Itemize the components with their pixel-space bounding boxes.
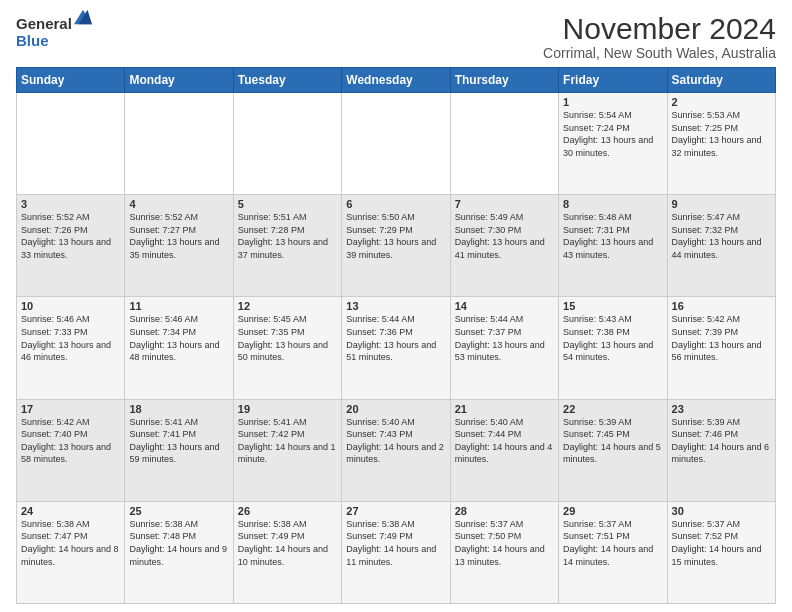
logo-icon	[74, 8, 92, 26]
day-number: 12	[238, 300, 337, 312]
day-info: Sunrise: 5:41 AM Sunset: 7:41 PM Dayligh…	[129, 416, 228, 466]
calendar-cell: 22Sunrise: 5:39 AM Sunset: 7:45 PM Dayli…	[559, 399, 667, 501]
day-number: 5	[238, 198, 337, 210]
day-number: 11	[129, 300, 228, 312]
calendar-table: SundayMondayTuesdayWednesdayThursdayFrid…	[16, 67, 776, 604]
day-number: 15	[563, 300, 662, 312]
logo-blue: Blue	[16, 33, 72, 50]
calendar-cell: 7Sunrise: 5:49 AM Sunset: 7:30 PM Daylig…	[450, 195, 558, 297]
location: Corrimal, New South Wales, Australia	[543, 45, 776, 61]
week-row-2: 10Sunrise: 5:46 AM Sunset: 7:33 PM Dayli…	[17, 297, 776, 399]
calendar-cell: 13Sunrise: 5:44 AM Sunset: 7:36 PM Dayli…	[342, 297, 450, 399]
calendar-cell: 25Sunrise: 5:38 AM Sunset: 7:48 PM Dayli…	[125, 501, 233, 603]
day-number: 27	[346, 505, 445, 517]
day-number: 4	[129, 198, 228, 210]
day-info: Sunrise: 5:39 AM Sunset: 7:46 PM Dayligh…	[672, 416, 771, 466]
day-info: Sunrise: 5:42 AM Sunset: 7:39 PM Dayligh…	[672, 313, 771, 363]
day-info: Sunrise: 5:53 AM Sunset: 7:25 PM Dayligh…	[672, 109, 771, 159]
calendar-cell: 6Sunrise: 5:50 AM Sunset: 7:29 PM Daylig…	[342, 195, 450, 297]
day-info: Sunrise: 5:43 AM Sunset: 7:38 PM Dayligh…	[563, 313, 662, 363]
day-number: 19	[238, 403, 337, 415]
calendar-cell: 23Sunrise: 5:39 AM Sunset: 7:46 PM Dayli…	[667, 399, 775, 501]
day-number: 22	[563, 403, 662, 415]
day-number: 20	[346, 403, 445, 415]
day-info: Sunrise: 5:54 AM Sunset: 7:24 PM Dayligh…	[563, 109, 662, 159]
day-header-wednesday: Wednesday	[342, 68, 450, 93]
day-number: 26	[238, 505, 337, 517]
day-info: Sunrise: 5:48 AM Sunset: 7:31 PM Dayligh…	[563, 211, 662, 261]
day-number: 16	[672, 300, 771, 312]
day-number: 23	[672, 403, 771, 415]
calendar-cell: 29Sunrise: 5:37 AM Sunset: 7:51 PM Dayli…	[559, 501, 667, 603]
day-info: Sunrise: 5:37 AM Sunset: 7:50 PM Dayligh…	[455, 518, 554, 568]
day-number: 21	[455, 403, 554, 415]
day-number: 2	[672, 96, 771, 108]
day-number: 6	[346, 198, 445, 210]
day-number: 24	[21, 505, 120, 517]
calendar-cell: 2Sunrise: 5:53 AM Sunset: 7:25 PM Daylig…	[667, 93, 775, 195]
day-number: 8	[563, 198, 662, 210]
logo-general: General	[16, 16, 72, 33]
calendar-cell: 18Sunrise: 5:41 AM Sunset: 7:41 PM Dayli…	[125, 399, 233, 501]
day-info: Sunrise: 5:45 AM Sunset: 7:35 PM Dayligh…	[238, 313, 337, 363]
day-info: Sunrise: 5:37 AM Sunset: 7:52 PM Dayligh…	[672, 518, 771, 568]
day-info: Sunrise: 5:52 AM Sunset: 7:26 PM Dayligh…	[21, 211, 120, 261]
calendar-cell: 24Sunrise: 5:38 AM Sunset: 7:47 PM Dayli…	[17, 501, 125, 603]
day-number: 13	[346, 300, 445, 312]
day-header-friday: Friday	[559, 68, 667, 93]
day-info: Sunrise: 5:37 AM Sunset: 7:51 PM Dayligh…	[563, 518, 662, 568]
day-number: 1	[563, 96, 662, 108]
calendar-cell: 4Sunrise: 5:52 AM Sunset: 7:27 PM Daylig…	[125, 195, 233, 297]
calendar-cell: 14Sunrise: 5:44 AM Sunset: 7:37 PM Dayli…	[450, 297, 558, 399]
day-header-tuesday: Tuesday	[233, 68, 341, 93]
day-header-sunday: Sunday	[17, 68, 125, 93]
day-info: Sunrise: 5:49 AM Sunset: 7:30 PM Dayligh…	[455, 211, 554, 261]
day-info: Sunrise: 5:52 AM Sunset: 7:27 PM Dayligh…	[129, 211, 228, 261]
day-number: 9	[672, 198, 771, 210]
day-info: Sunrise: 5:44 AM Sunset: 7:36 PM Dayligh…	[346, 313, 445, 363]
day-number: 18	[129, 403, 228, 415]
day-header-thursday: Thursday	[450, 68, 558, 93]
calendar-cell	[342, 93, 450, 195]
calendar-cell: 5Sunrise: 5:51 AM Sunset: 7:28 PM Daylig…	[233, 195, 341, 297]
calendar-cell: 15Sunrise: 5:43 AM Sunset: 7:38 PM Dayli…	[559, 297, 667, 399]
week-row-4: 24Sunrise: 5:38 AM Sunset: 7:47 PM Dayli…	[17, 501, 776, 603]
week-row-3: 17Sunrise: 5:42 AM Sunset: 7:40 PM Dayli…	[17, 399, 776, 501]
calendar-cell: 9Sunrise: 5:47 AM Sunset: 7:32 PM Daylig…	[667, 195, 775, 297]
day-header-monday: Monday	[125, 68, 233, 93]
calendar-cell: 16Sunrise: 5:42 AM Sunset: 7:39 PM Dayli…	[667, 297, 775, 399]
day-info: Sunrise: 5:39 AM Sunset: 7:45 PM Dayligh…	[563, 416, 662, 466]
day-info: Sunrise: 5:46 AM Sunset: 7:33 PM Dayligh…	[21, 313, 120, 363]
day-number: 14	[455, 300, 554, 312]
day-info: Sunrise: 5:40 AM Sunset: 7:43 PM Dayligh…	[346, 416, 445, 466]
calendar-cell	[17, 93, 125, 195]
calendar-cell: 10Sunrise: 5:46 AM Sunset: 7:33 PM Dayli…	[17, 297, 125, 399]
day-info: Sunrise: 5:38 AM Sunset: 7:49 PM Dayligh…	[238, 518, 337, 568]
calendar-cell: 20Sunrise: 5:40 AM Sunset: 7:43 PM Dayli…	[342, 399, 450, 501]
day-number: 7	[455, 198, 554, 210]
day-info: Sunrise: 5:38 AM Sunset: 7:47 PM Dayligh…	[21, 518, 120, 568]
day-number: 25	[129, 505, 228, 517]
calendar-cell: 30Sunrise: 5:37 AM Sunset: 7:52 PM Dayli…	[667, 501, 775, 603]
calendar-cell: 19Sunrise: 5:41 AM Sunset: 7:42 PM Dayli…	[233, 399, 341, 501]
day-info: Sunrise: 5:51 AM Sunset: 7:28 PM Dayligh…	[238, 211, 337, 261]
day-number: 17	[21, 403, 120, 415]
week-row-0: 1Sunrise: 5:54 AM Sunset: 7:24 PM Daylig…	[17, 93, 776, 195]
calendar-cell: 17Sunrise: 5:42 AM Sunset: 7:40 PM Dayli…	[17, 399, 125, 501]
day-info: Sunrise: 5:50 AM Sunset: 7:29 PM Dayligh…	[346, 211, 445, 261]
day-header-saturday: Saturday	[667, 68, 775, 93]
day-info: Sunrise: 5:47 AM Sunset: 7:32 PM Dayligh…	[672, 211, 771, 261]
page: General Blue November 2024 Corrimal, New…	[0, 0, 792, 612]
day-info: Sunrise: 5:41 AM Sunset: 7:42 PM Dayligh…	[238, 416, 337, 466]
logo: General Blue	[16, 16, 72, 49]
day-number: 28	[455, 505, 554, 517]
calendar-cell: 28Sunrise: 5:37 AM Sunset: 7:50 PM Dayli…	[450, 501, 558, 603]
header-row: SundayMondayTuesdayWednesdayThursdayFrid…	[17, 68, 776, 93]
calendar-cell: 8Sunrise: 5:48 AM Sunset: 7:31 PM Daylig…	[559, 195, 667, 297]
day-info: Sunrise: 5:40 AM Sunset: 7:44 PM Dayligh…	[455, 416, 554, 466]
calendar-cell: 26Sunrise: 5:38 AM Sunset: 7:49 PM Dayli…	[233, 501, 341, 603]
header: General Blue November 2024 Corrimal, New…	[16, 12, 776, 61]
day-info: Sunrise: 5:38 AM Sunset: 7:48 PM Dayligh…	[129, 518, 228, 568]
day-number: 10	[21, 300, 120, 312]
calendar-cell: 11Sunrise: 5:46 AM Sunset: 7:34 PM Dayli…	[125, 297, 233, 399]
